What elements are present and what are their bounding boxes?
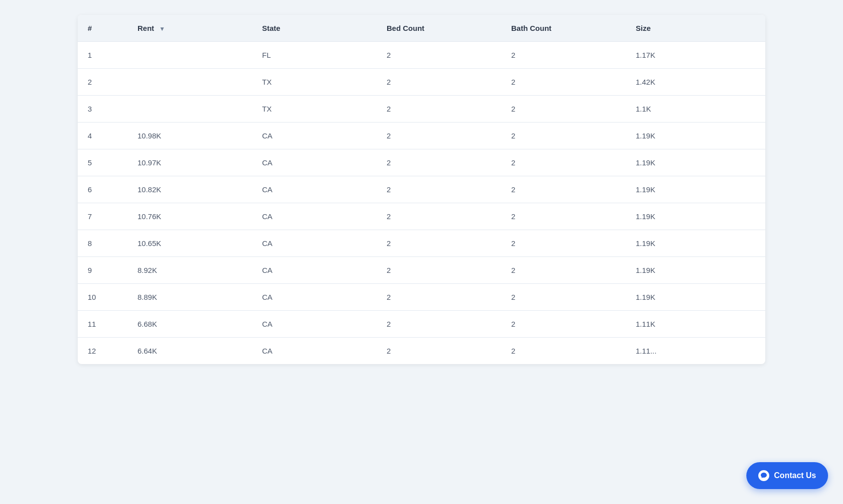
table-cell: 6.68K [128, 311, 252, 338]
table-cell: FL [252, 42, 377, 69]
table-cell: 10 [78, 284, 128, 311]
column-header-num: # [78, 15, 128, 42]
table-row: 810.65KCA221.19K [78, 230, 765, 257]
table-cell: 2 [377, 338, 501, 365]
table-cell: 8.92K [128, 257, 252, 284]
table-row: 126.64KCA221.11... [78, 338, 765, 365]
table-cell: 2 [501, 230, 626, 257]
table-cell: 7 [78, 203, 128, 230]
table-cell: 2 [377, 257, 501, 284]
table-cell: CA [252, 230, 377, 257]
table-cell: 10.65K [128, 230, 252, 257]
table-cell: 6 [78, 176, 128, 203]
table-cell: 1.19K [626, 257, 765, 284]
table-cell: CA [252, 257, 377, 284]
table-cell: 3 [78, 96, 128, 123]
table-cell: 2 [377, 203, 501, 230]
table-cell: 2 [501, 257, 626, 284]
table-cell: TX [252, 69, 377, 96]
column-header-bath-count: Bath Count [501, 15, 626, 42]
table-cell: 1.19K [626, 123, 765, 149]
table-cell: 1.11... [626, 338, 765, 365]
table-cell: 10.76K [128, 203, 252, 230]
table-cell: 1.19K [626, 284, 765, 311]
table-cell: 1 [78, 42, 128, 69]
table-cell: 2 [501, 69, 626, 96]
table-row: 1FL221.17K [78, 42, 765, 69]
table-cell: 1.11K [626, 311, 765, 338]
table-row: 510.97KCA221.19K [78, 149, 765, 176]
table-cell: 2 [501, 311, 626, 338]
table-cell: 1.19K [626, 149, 765, 176]
table-cell: 10.97K [128, 149, 252, 176]
table-cell: CA [252, 149, 377, 176]
table-cell: 2 [501, 203, 626, 230]
table-cell: 2 [501, 284, 626, 311]
table-cell: 12 [78, 338, 128, 365]
table-cell: 1.19K [626, 230, 765, 257]
table-cell: 1.17K [626, 42, 765, 69]
table-row: 410.98KCA221.19K [78, 123, 765, 149]
table-cell [128, 69, 252, 96]
table-row: 710.76KCA221.19K [78, 203, 765, 230]
table-cell: 2 [377, 284, 501, 311]
table-cell: 1.19K [626, 176, 765, 203]
table-row: 116.68KCA221.11K [78, 311, 765, 338]
table-cell: 2 [377, 69, 501, 96]
table-cell: TX [252, 96, 377, 123]
table-cell: 9 [78, 257, 128, 284]
table-cell: 1.1K [626, 96, 765, 123]
table-cell: 8.89K [128, 284, 252, 311]
table-row: 3TX221.1K [78, 96, 765, 123]
table-cell: 8 [78, 230, 128, 257]
table-cell: 2 [377, 96, 501, 123]
table-cell: 2 [377, 311, 501, 338]
table-cell: 2 [501, 96, 626, 123]
table-cell: CA [252, 284, 377, 311]
table-cell: 2 [78, 69, 128, 96]
data-table: # Rent ▼ State Bed Count Bath Count Size [78, 15, 765, 364]
table-cell: 1.42K [626, 69, 765, 96]
column-header-bed-count: Bed Count [377, 15, 501, 42]
table-cell: CA [252, 203, 377, 230]
table-cell: 2 [501, 176, 626, 203]
table-cell: CA [252, 338, 377, 365]
table-cell: 2 [377, 42, 501, 69]
table-cell: 1.19K [626, 203, 765, 230]
table-cell: 5 [78, 149, 128, 176]
table-header-row: # Rent ▼ State Bed Count Bath Count Size [78, 15, 765, 42]
table-cell: 2 [501, 338, 626, 365]
table-cell: 2 [377, 149, 501, 176]
table-cell: 2 [501, 149, 626, 176]
contact-us-label: Contact Us [774, 471, 816, 480]
table-row: 108.89KCA221.19K [78, 284, 765, 311]
table-cell [128, 42, 252, 69]
column-header-rent[interactable]: Rent ▼ [128, 15, 252, 42]
table-row: 610.82KCA221.19K [78, 176, 765, 203]
table-cell: CA [252, 176, 377, 203]
table-cell: 10.98K [128, 123, 252, 149]
table-cell: 6.64K [128, 338, 252, 365]
table-cell: 2 [501, 42, 626, 69]
table-cell: CA [252, 123, 377, 149]
sort-arrow-icon: ▼ [159, 25, 165, 32]
chat-bubble-icon [758, 470, 769, 481]
table-cell: 4 [78, 123, 128, 149]
table-cell: 10.82K [128, 176, 252, 203]
table-cell: 11 [78, 311, 128, 338]
table-cell: 2 [377, 176, 501, 203]
table-cell: 2 [377, 123, 501, 149]
table-cell: CA [252, 311, 377, 338]
table-cell [128, 96, 252, 123]
contact-us-button[interactable]: Contact Us [746, 462, 828, 489]
table-cell: 2 [377, 230, 501, 257]
table-cell: 2 [501, 123, 626, 149]
column-header-state: State [252, 15, 377, 42]
table-row: 98.92KCA221.19K [78, 257, 765, 284]
column-header-size: Size [626, 15, 765, 42]
table-row: 2TX221.42K [78, 69, 765, 96]
